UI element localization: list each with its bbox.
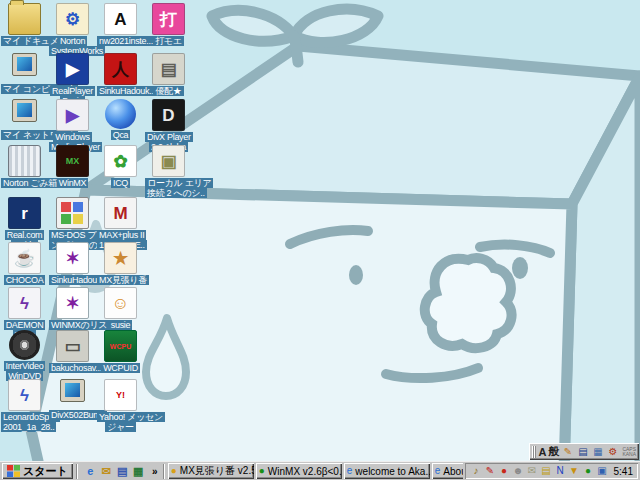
ime-dictionary-icon[interactable]: ▤ [576, 447, 589, 457]
internet-explorer-icon[interactable]: e [83, 464, 98, 479]
pen-tray-icon[interactable]: ✎ [484, 466, 497, 476]
task-mx-mihariban[interactable]: ●MX見張り番 v2.5.. [168, 463, 254, 479]
taskbar: スタート e✉▤▦ » ●MX見張り番 v2.5..●WinMX v2.6β<0… [0, 461, 640, 480]
norton-n-icon[interactable]: N [554, 466, 567, 476]
icon-glyph: ϟ [20, 295, 29, 312]
desktop-icon-label: 打モエ [145, 36, 192, 46]
norton-systemworks-icon: ⚙ [56, 3, 89, 35]
lan-connection-2-icon: ▣ [152, 145, 185, 177]
desktop-icon-sinkuhadouken[interactable]: 人SinkuHadouk... [97, 53, 144, 96]
desktop-icon-sinkuhadouk-doc[interactable]: ✶SinkuHadouk... [49, 242, 96, 285]
desktop-icon-label: CHOCOA [1, 275, 48, 285]
desktop-icon-mx-mihariban[interactable]: ★MX見張り番 [97, 242, 144, 285]
channel-bar-icon[interactable]: ▦ [131, 464, 146, 479]
desktop-icon-label: マイ ドキュメント [1, 36, 48, 46]
desktop-icon-label: SinkuHadouk... [97, 86, 144, 96]
my-documents-icon [8, 3, 41, 35]
desktop-icon-label: Norton ごみ箱 [1, 178, 48, 188]
desktop-icon-chocoa[interactable]: ☕CHOCOA [1, 242, 48, 285]
desktop-icon-icq[interactable]: ✿ICQ [97, 145, 144, 188]
desktop-icon-label: InterVideoWinDVD [1, 361, 48, 381]
norton-autoprotect-icon[interactable]: ● [498, 466, 511, 476]
ime-input-mode[interactable]: A [538, 446, 546, 458]
realcom-guide-icon: r [8, 197, 41, 229]
desktop-icon-norton-systemworks[interactable]: ⚙NortonSystemWorks [49, 3, 96, 56]
task-winmx[interactable]: ●WinMX v2.6β<0.. [256, 463, 342, 479]
bakuchosav-icon: ▭ [56, 330, 89, 362]
desktop-icon-yahoo-messenger[interactable]: Y!Yahoo! メッセンジャー [97, 379, 144, 432]
desktop-icon-my-computer[interactable]: マイ コンピュータ [1, 53, 48, 94]
icon-glyph: ★ [113, 250, 128, 267]
desktop-icon-leonardo[interactable]: ϟLeonardoSpe..2001_1a_28.. [1, 379, 48, 432]
disk-tray-icon[interactable]: ▤ [540, 466, 553, 476]
outlook-express-icon[interactable]: ✉ [99, 464, 114, 479]
icon-glyph: ▣ [160, 153, 176, 170]
kana-label: KANA [622, 452, 636, 457]
desktop-icon-yuhai[interactable]: ▤優配★ [145, 53, 192, 96]
sinkuhadouken-icon: 人 [104, 53, 137, 85]
start-button[interactable]: スタート [2, 463, 73, 479]
network-tray-icon[interactable]: ▣ [596, 466, 609, 476]
desktop-screen: マイ ドキュメント⚙NortonSystemWorksAnw2021inste.… [0, 0, 640, 480]
ime-properties-icon[interactable]: ⚙ [606, 447, 619, 457]
desktop-icon-susie[interactable]: ☺susie [97, 287, 144, 330]
desktop-icon-my-network[interactable]: マイ ネットワーク [1, 99, 48, 140]
task-winmx-icon: ● [259, 466, 265, 476]
desktop-icon-winmx[interactable]: MXWinMX [49, 145, 96, 188]
susie-icon: ☺ [104, 287, 137, 319]
task-ie-welcome[interactable]: ewelcome to Aka.. [344, 463, 430, 479]
quick-launch-overflow-chevron[interactable]: » [150, 464, 160, 478]
taskbar-clock[interactable]: 5:41 [614, 466, 633, 477]
qca-icon [105, 99, 136, 129]
ime-pen-icon[interactable]: ✎ [561, 447, 574, 457]
divx-player-icon: D [152, 99, 185, 131]
desktop-icon-qca[interactable]: Qca [97, 99, 144, 140]
desktop-icon-lan-connection-2[interactable]: ▣ローカル エリア接続 2 へのシ.. [145, 145, 192, 198]
desktop-icon-norton-trash[interactable]: Norton ごみ箱 [1, 145, 48, 188]
tray-icons: ♪✎●☻✉▤N▼●▣ [470, 466, 609, 476]
norton-trash-icon [8, 145, 41, 177]
winmx-tray-icon[interactable]: ● [582, 466, 595, 476]
desktop-icon-divx502bun[interactable]: DivX502Bun... [49, 379, 96, 420]
icon-glyph: ✶ [65, 250, 79, 267]
desktop-icon-intervideo-windvd[interactable]: InterVideoWinDVD [1, 330, 48, 381]
desktop-icon-label: Qca [97, 130, 144, 140]
my-computer-icon [9, 53, 40, 83]
icon-glyph: D [162, 107, 174, 124]
desktop-icon-wcpuid[interactable]: WCPUWCPUID [97, 330, 144, 373]
ime-pad-icon[interactable]: ▦ [591, 447, 604, 457]
desktop-icon-my-documents[interactable]: マイ ドキュメント [1, 3, 48, 46]
icon-glyph: r [21, 205, 28, 222]
yuhai-icon: ▤ [152, 53, 185, 85]
ime-caps-kana: CAPS KANA [622, 447, 636, 457]
task-ie-about-house[interactable]: eAbout HOUSE -.. [432, 463, 463, 479]
ime-conversion-mode[interactable]: 般 [548, 444, 559, 459]
desktop-icon-nw2021-installer[interactable]: Anw2021inste... [97, 3, 144, 46]
mail-tray-icon[interactable]: ✉ [526, 466, 539, 476]
yahoo-messenger-icon: Y! [104, 379, 137, 411]
show-desktop-icon[interactable]: ▤ [115, 464, 130, 479]
icq-icon: ✿ [104, 145, 137, 177]
icq-offline-icon[interactable]: ☻ [512, 466, 525, 476]
sinkuhadouk-doc-icon: ✶ [56, 242, 89, 274]
icon-glyph: Y! [116, 391, 125, 400]
volume-icon[interactable]: ♪ [470, 466, 483, 476]
maxplus2-icon: M [104, 197, 137, 229]
ime-drag-handle[interactable] [532, 446, 536, 458]
ime-toolbar[interactable]: A 般 ✎▤▦⚙ CAPS KANA [529, 443, 639, 460]
icon-glyph: ▤ [160, 61, 176, 78]
desktop-icon-label: nw2021inste... [97, 36, 144, 46]
download-tray-icon[interactable]: ▼ [568, 466, 581, 476]
icon-glyph: 人 [112, 61, 129, 78]
desktop-icon-label: SinkuHadouk... [49, 275, 96, 285]
windows-media-player-icon: ▶ [56, 99, 89, 131]
desktop-icon-bakuchosav[interactable]: ▭bakuchosav... [49, 330, 96, 373]
icon-glyph: ✿ [113, 153, 127, 170]
icon-glyph: ϟ [20, 387, 29, 404]
task-buttons: ●MX見張り番 v2.5..●WinMX v2.6β<0..ewelcome t… [168, 463, 463, 479]
task-label: About HOUSE -.. [443, 466, 462, 477]
icon-glyph: ⚙ [65, 11, 80, 28]
desktop-icon-uchimoe[interactable]: 打打モエ [145, 3, 192, 46]
task-ie-welcome-icon: e [347, 466, 353, 476]
intervideo-windvd-icon [9, 330, 40, 360]
